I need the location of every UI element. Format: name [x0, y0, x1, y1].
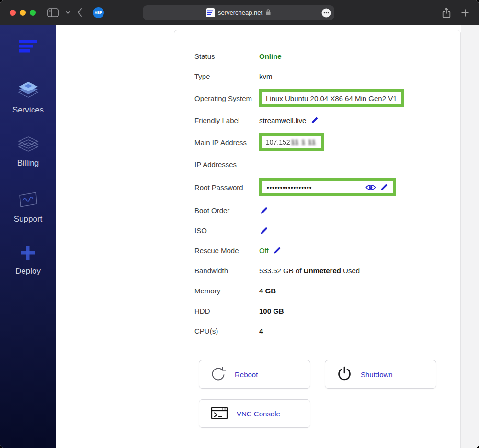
reboot-icon	[210, 365, 227, 384]
vnc-console-label: VNC Console	[237, 410, 280, 418]
reboot-label: Reboot	[235, 370, 258, 379]
row-label: Rescue Mode	[194, 246, 259, 255]
server-actions: Reboot Shutdown VNC Console	[199, 360, 436, 428]
row-label: Type	[194, 72, 259, 80]
ip-redacted-part: 11 1 11	[291, 138, 316, 146]
password-masked-value: •••••••••••••••••	[267, 184, 312, 191]
row-label: Friendly Label	[194, 116, 259, 124]
os-highlight-box: Linux Ubuntu 20.04 X86 64 Min Gen2 V1	[259, 89, 404, 107]
ip-visible-part: 107.152	[266, 138, 290, 146]
main-content: Status Online Type kvm Operating System …	[56, 25, 479, 448]
detail-row-rescue-mode: Rescue Mode Off	[194, 240, 446, 260]
detail-row-status: Status Online	[194, 46, 446, 66]
detail-row-operating-system: Operating System Linux Ubuntu 20.04 X86 …	[194, 86, 446, 110]
sidebar-item-support[interactable]: Support	[14, 190, 43, 224]
sidebar-item-label: Billing	[17, 158, 39, 168]
detail-row-friendly-label: Friendly Label streamwell.live	[194, 110, 446, 130]
bandwidth-suffix: Used	[341, 267, 360, 275]
server-details-card: Status Online Type kvm Operating System …	[174, 30, 461, 448]
close-window-button[interactable]	[10, 10, 16, 16]
row-label: Main IP Address	[194, 138, 259, 146]
detail-row-bandwidth: Bandwidth 533.52 GB of Unmetered Used	[194, 260, 446, 280]
row-label: Memory	[194, 287, 259, 295]
password-highlight-box: •••••••••••••••••	[259, 178, 396, 196]
edit-pencil-icon[interactable]	[379, 183, 388, 191]
detail-row-boot-order: Boot Order	[194, 200, 446, 220]
bandwidth-value: 533.52 GB of Unmetered Used	[259, 267, 360, 275]
row-label: CPU(s)	[194, 327, 259, 335]
back-button[interactable]	[77, 8, 82, 17]
share-icon[interactable]	[442, 7, 451, 19]
traffic-lights	[10, 10, 36, 16]
sidebar-item-label: Deploy	[15, 267, 41, 276]
vnc-console-button[interactable]: VNC Console	[199, 399, 310, 428]
sidebar-item-label: Support	[14, 214, 43, 224]
servercheap-logo[interactable]	[19, 40, 38, 55]
support-chart-icon	[17, 190, 38, 211]
hdd-value: 100 GB	[259, 307, 284, 315]
url-text: servercheap.net	[218, 9, 262, 16]
status-badge: Online	[259, 52, 282, 60]
page-settings-icon[interactable]	[321, 8, 331, 18]
cpu-value: 4	[259, 327, 263, 335]
row-label: HDD	[194, 307, 259, 315]
sidebar-item-deploy[interactable]: Deploy	[15, 244, 41, 276]
detail-row-type: Type kvm	[194, 66, 446, 86]
edit-pencil-icon[interactable]	[273, 246, 281, 255]
terminal-icon	[210, 405, 229, 423]
row-label: Boot Order	[194, 206, 259, 214]
row-label: Operating System	[194, 94, 259, 102]
detail-row-iso: ISO	[194, 220, 446, 240]
services-stack-icon	[16, 78, 41, 102]
new-tab-icon[interactable]	[461, 9, 469, 17]
os-value: Linux Ubuntu 20.04 X86 64 Min Gen2 V1	[266, 94, 397, 102]
row-label: Bandwidth	[194, 267, 259, 275]
detail-row-main-ip: Main IP Address 107.152 11 1 11	[194, 130, 446, 154]
zoom-window-button[interactable]	[30, 10, 36, 16]
detail-row-hdd: HDD 100 GB	[194, 301, 446, 321]
minimize-window-button[interactable]	[20, 10, 26, 16]
reboot-button[interactable]: Reboot	[199, 360, 310, 389]
page-gutter	[461, 25, 479, 448]
reveal-password-eye-icon[interactable]	[365, 184, 376, 191]
shutdown-label: Shutdown	[361, 370, 393, 379]
bandwidth-limit: Unmetered	[304, 267, 341, 275]
detail-row-cpu: CPU(s) 4	[194, 321, 446, 341]
chevron-down-icon[interactable]	[66, 11, 70, 14]
rescue-mode-value: Off	[259, 246, 269, 255]
billing-layers-icon	[17, 136, 39, 155]
sidebar-item-billing[interactable]: Billing	[17, 136, 39, 168]
row-label: Status	[194, 52, 259, 60]
lock-icon	[265, 9, 271, 17]
row-label: Root Password	[194, 183, 259, 191]
browser-toolbar: ABP servercheap.net	[0, 0, 479, 25]
sidebar-item-label: Services	[12, 105, 44, 115]
edit-pencil-icon[interactable]	[310, 116, 319, 124]
detail-row-ip-addresses: IP Addresses	[194, 154, 446, 174]
type-value: kvm	[259, 72, 273, 80]
bandwidth-used: 533.52 GB of	[259, 267, 304, 275]
adblock-extension-icon[interactable]: ABP	[93, 7, 104, 18]
edit-pencil-icon[interactable]	[259, 206, 268, 215]
ip-highlight-box: 107.152 11 1 11	[259, 133, 324, 151]
row-label: IP Addresses	[194, 160, 259, 168]
detail-row-memory: Memory 4 GB	[194, 280, 446, 301]
power-icon	[336, 365, 353, 384]
servercheap-favicon	[206, 8, 215, 17]
memory-value: 4 GB	[259, 287, 276, 295]
sidebar-item-services[interactable]: Services	[12, 78, 44, 115]
row-label: ISO	[194, 226, 259, 235]
detail-row-root-password: Root Password •••••••••••••••••	[194, 174, 446, 200]
deploy-plus-icon	[19, 244, 36, 263]
address-bar[interactable]: servercheap.net	[143, 5, 334, 20]
app-sidebar: Services Billing Support Deploy	[0, 25, 56, 448]
edit-pencil-icon[interactable]	[259, 226, 268, 235]
friendly-label-value: streamwell.live	[259, 116, 306, 124]
browser-window: ABP servercheap.net	[0, 0, 479, 448]
shutdown-button[interactable]: Shutdown	[325, 360, 436, 389]
sidebar-toggle-icon[interactable]	[47, 8, 59, 17]
